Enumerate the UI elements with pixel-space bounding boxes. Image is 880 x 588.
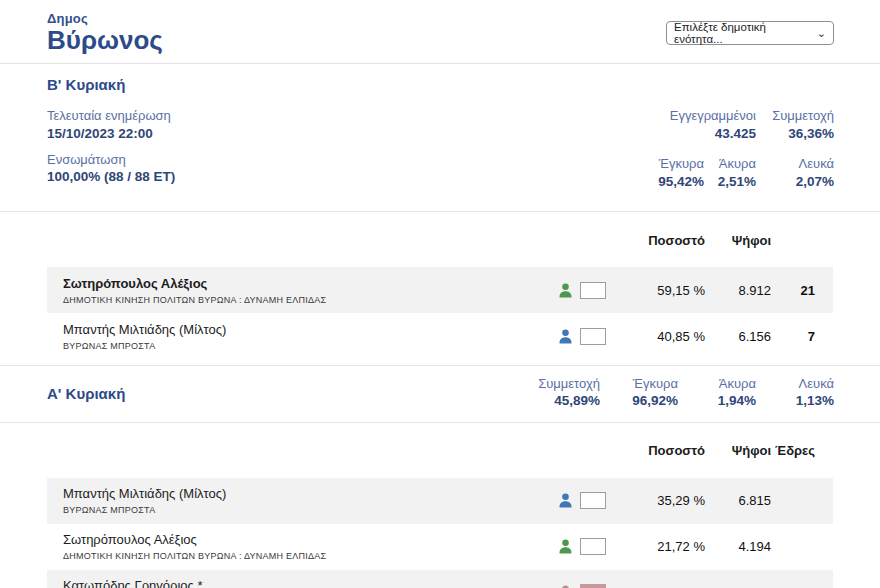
valid-value: 95,42% xyxy=(592,173,704,191)
turnout-label: Συμμετοχή xyxy=(538,376,600,392)
candidate-info: Μπαντής Μιλτιάδης (Μίλτος) ΒΥΡΩΝΑΣ ΜΠΡΟΣ… xyxy=(63,322,557,351)
round-a-table: Ποσοστό Ψήφοι Έδρες Μπαντής Μιλτιάδης (Μ… xyxy=(0,428,880,588)
integration: Ενσωμάτωση 100,00% (88 / 88 ΕΤ) xyxy=(47,152,175,186)
candidate-percent: 21,72 % xyxy=(627,539,705,554)
person-icon xyxy=(557,328,574,345)
valid-label: Έγκυρα xyxy=(626,376,678,392)
municipal-unit-select[interactable]: Επιλέξτε δημοτική ενότητα... ⌄ xyxy=(666,21,834,45)
candidate-seats: 21 xyxy=(771,283,815,298)
round-a-table-header: Ποσοστό Ψήφοι Έδρες xyxy=(47,428,833,474)
round-a-stats: Συμμετοχή 45,89% Έγκυρα 96,92% Άκυρα 1,9… xyxy=(512,376,834,410)
blank-stat: Λευκά 2,07% xyxy=(756,156,834,195)
party-color-swatch xyxy=(580,584,606,588)
candidate-row[interactable]: Σωτηρόπουλος Αλέξιος ΔΗΜΟΤΙΚΗ ΚΙΝΗΣΗ ΠΟΛ… xyxy=(47,267,833,313)
blank-value: 2,07% xyxy=(756,173,834,191)
round-b-title: Β' Κυριακή xyxy=(47,76,834,93)
integration-value: 100,00% (88 / 88 ΕΤ) xyxy=(47,168,175,186)
candidate-info: Μπαντής Μιλτιάδης (Μίλτος) ΒΥΡΩΝΑΣ ΜΠΡΟΣ… xyxy=(63,486,557,515)
municipal-unit-select-value: Επιλέξτε δημοτική ενότητα... xyxy=(674,21,811,45)
blank-label: Λευκά xyxy=(782,376,834,392)
round-a-title: Α' Κυριακή xyxy=(47,376,125,402)
invalid-stat: Άκυρα 1,94% xyxy=(704,376,756,410)
candidate-row[interactable]: Σωτηρόπουλος Αλέξιος ΔΗΜΟΤΙΚΗ ΚΙΝΗΣΗ ΠΟΛ… xyxy=(47,524,833,570)
round-b-meta: Τελευταία ενημέρωση 15/10/2023 22:00 Ενσ… xyxy=(47,108,175,195)
invalid-stat: Άκυρα 2,51% xyxy=(704,156,756,195)
registered-stat: Εγγεγραμμένοι 43.425 xyxy=(592,108,756,147)
party-marker xyxy=(557,282,627,299)
person-icon xyxy=(557,282,574,299)
party-color-swatch xyxy=(580,328,606,345)
divider xyxy=(0,211,880,212)
party-color-swatch xyxy=(580,282,606,299)
blank-label: Λευκά xyxy=(756,156,834,172)
chevron-down-icon: ⌄ xyxy=(817,27,826,40)
candidate-party: ΔΗΜΟΤΙΚΗ ΚΙΝΗΣΗ ΠΟΛΙΤΩΝ ΒΥΡΩΝΑ : ΔΥΝΑΜΗ … xyxy=(63,551,557,561)
integration-label: Ενσωμάτωση xyxy=(47,152,175,168)
registered-value: 43.425 xyxy=(592,125,756,143)
party-marker xyxy=(557,492,627,509)
candidate-percent: 35,29 % xyxy=(627,493,705,508)
candidate-info: Σωτηρόπουλος Αλέξιος ΔΗΜΟΤΙΚΗ ΚΙΝΗΣΗ ΠΟΛ… xyxy=(63,532,557,561)
candidate-seats: 7 xyxy=(771,329,815,344)
person-icon xyxy=(557,538,574,555)
invalid-value: 1,94% xyxy=(704,392,756,410)
turnout-stat: Συμμετοχή 45,89% xyxy=(538,376,600,410)
candidate-row[interactable]: Κατωπόδης Γρηγόριος * ΔΗΜΟΤΙΚΗ ΠΡΩΤΟΒΟΥΛ… xyxy=(47,570,833,588)
candidate-party: ΒΥΡΩΝΑΣ ΜΠΡΟΣΤΑ xyxy=(63,505,557,515)
round-a-header: Α' Κυριακή Συμμετοχή 45,89% Έγκυρα 96,92… xyxy=(0,366,880,421)
candidate-percent: 40,85 % xyxy=(627,329,705,344)
valid-value: 96,92% xyxy=(626,392,678,410)
candidate-votes: 4.194 xyxy=(705,539,771,554)
valid-stat: Έγκυρα 95,42% xyxy=(592,156,704,195)
page-header: Δημος Βύρωνος Επιλέξτε δημοτική ενότητα.… xyxy=(0,0,880,63)
candidate-votes: 6.156 xyxy=(705,329,771,344)
round-b-table: Ποσοστό Ψήφοι Σωτηρόπουλος Αλέξιος ΔΗΜΟΤ… xyxy=(0,217,880,359)
turnout-value: 45,89% xyxy=(538,392,600,410)
valid-stat: Έγκυρα 96,92% xyxy=(626,376,678,410)
registered-label: Εγγεγραμμένοι xyxy=(592,108,756,124)
round-b-table-header: Ποσοστό Ψήφοι xyxy=(47,217,833,263)
turnout-stat: Συμμετοχή 36,36% xyxy=(756,108,834,147)
candidate-info: Κατωπόδης Γρηγόριος * ΔΗΜΟΤΙΚΗ ΠΡΩΤΟΒΟΥΛ… xyxy=(63,578,557,588)
blank-value: 1,13% xyxy=(782,392,834,410)
person-icon xyxy=(557,584,574,588)
party-marker xyxy=(557,538,627,555)
candidate-info: Σωτηρόπουλος Αλέξιος ΔΗΜΟΤΙΚΗ ΚΙΝΗΣΗ ΠΟΛ… xyxy=(63,276,557,305)
invalid-label: Άκυρα xyxy=(704,156,756,172)
turnout-label: Συμμετοχή xyxy=(756,108,834,124)
percent-column-header: Ποσοστό xyxy=(627,233,705,248)
percent-column-header: Ποσοστό xyxy=(627,443,705,458)
candidate-name: Μπαντής Μιλτιάδης (Μίλτος) xyxy=(63,322,557,337)
candidate-percent: 59,15 % xyxy=(627,283,705,298)
round-b-figures: Εγγεγραμμένοι 43.425 Συμμετοχή 36,36% Έγ… xyxy=(592,108,834,195)
invalid-label: Άκυρα xyxy=(704,376,756,392)
divider xyxy=(0,422,880,423)
turnout-value: 36,36% xyxy=(756,125,834,143)
last-update: Τελευταία ενημέρωση 15/10/2023 22:00 xyxy=(47,108,175,142)
party-color-swatch xyxy=(580,492,606,509)
candidate-party: ΒΥΡΩΝΑΣ ΜΠΡΟΣΤΑ xyxy=(63,341,557,351)
party-marker xyxy=(557,328,627,345)
party-color-swatch xyxy=(580,538,606,555)
party-marker xyxy=(557,584,627,588)
last-update-value: 15/10/2023 22:00 xyxy=(47,125,175,143)
candidate-name: Σωτηρόπουλος Αλέξιος xyxy=(63,532,557,547)
candidate-name: Μπαντής Μιλτιάδης (Μίλτος) xyxy=(63,486,557,501)
candidate-name: Κατωπόδης Γρηγόριος * xyxy=(63,578,557,588)
candidate-row[interactable]: Μπαντής Μιλτιάδης (Μίλτος) ΒΥΡΩΝΑΣ ΜΠΡΟΣ… xyxy=(47,478,833,524)
candidate-name: Σωτηρόπουλος Αλέξιος xyxy=(63,276,557,291)
candidate-row[interactable]: Μπαντής Μιλτιάδης (Μίλτος) ΒΥΡΩΝΑΣ ΜΠΡΟΣ… xyxy=(47,313,833,359)
valid-label: Έγκυρα xyxy=(592,156,704,172)
candidate-party: ΔΗΜΟΤΙΚΗ ΚΙΝΗΣΗ ΠΟΛΙΤΩΝ ΒΥΡΩΝΑ : ΔΥΝΑΜΗ … xyxy=(63,295,557,305)
votes-column-header: Ψήφοι xyxy=(705,443,771,458)
last-update-label: Τελευταία ενημέρωση xyxy=(47,108,175,124)
blank-stat: Λευκά 1,13% xyxy=(782,376,834,410)
round-b-stats: Τελευταία ενημέρωση 15/10/2023 22:00 Ενσ… xyxy=(0,93,880,211)
seats-column-header: Έδρες xyxy=(771,443,815,458)
person-icon xyxy=(557,492,574,509)
candidate-votes: 8.912 xyxy=(705,283,771,298)
invalid-value: 2,51% xyxy=(704,173,756,191)
candidate-votes: 6.815 xyxy=(705,493,771,508)
votes-column-header: Ψήφοι xyxy=(705,233,771,248)
